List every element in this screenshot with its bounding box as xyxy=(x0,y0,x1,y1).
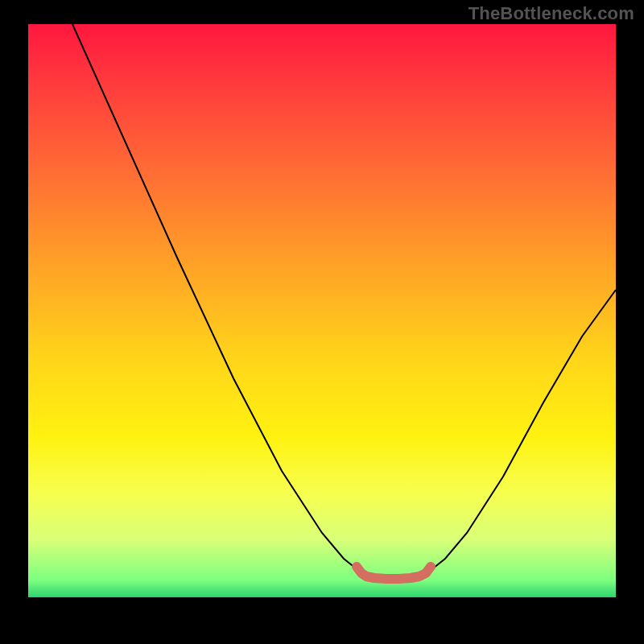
chart-frame: TheBottleneck.com xyxy=(0,0,644,644)
bottleneck-curve xyxy=(72,24,616,579)
curve-overlay xyxy=(28,24,616,597)
watermark-text: TheBottleneck.com xyxy=(469,3,634,24)
bottom-marker xyxy=(357,567,431,579)
